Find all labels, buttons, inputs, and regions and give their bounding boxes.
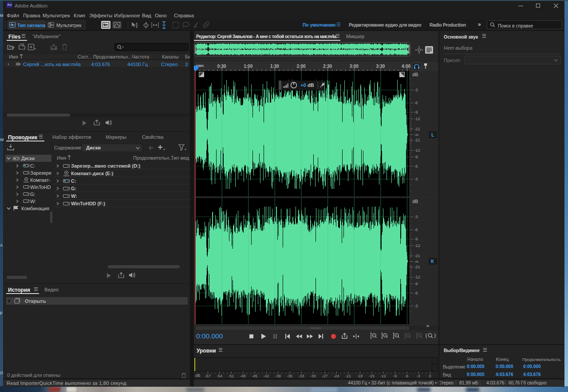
svg-text:-18: -18 xyxy=(357,374,363,378)
svg-text:-21: -21 xyxy=(414,253,420,258)
svg-text:-3: -3 xyxy=(414,303,418,308)
svg-text:-48: -48 xyxy=(240,374,246,378)
svg-text:-51: -51 xyxy=(228,374,234,378)
svg-text:-6: -6 xyxy=(414,227,418,232)
svg-text:0: 0 xyxy=(429,374,431,378)
svg-text:-6: -6 xyxy=(414,164,418,169)
svg-text:-3: -3 xyxy=(414,87,418,92)
svg-text:-21: -21 xyxy=(414,137,420,142)
svg-text:2:30: 2:30 xyxy=(323,64,332,69)
svg-text:3:30: 3:30 xyxy=(376,64,385,69)
svg-text:-33: -33 xyxy=(298,374,304,378)
svg-text:-21: -21 xyxy=(345,374,351,378)
svg-text:4:00: 4:00 xyxy=(402,64,410,69)
svg-text:3:00: 3:00 xyxy=(350,64,359,69)
svg-text:-6: -6 xyxy=(414,290,418,295)
svg-text:-9: -9 xyxy=(414,281,418,286)
svg-text:0:30: 0:30 xyxy=(217,64,226,69)
svg-text:-27: -27 xyxy=(322,374,327,378)
svg-text:-42: -42 xyxy=(263,374,269,378)
svg-text:1:00: 1:00 xyxy=(244,64,252,69)
svg-text:-9: -9 xyxy=(393,374,397,378)
svg-text:-12: -12 xyxy=(414,116,420,121)
svg-text:-12: -12 xyxy=(414,243,420,248)
svg-text:-39: -39 xyxy=(275,374,281,378)
svg-text:-12: -12 xyxy=(414,148,420,153)
svg-text:dB: dB xyxy=(412,199,418,204)
svg-text:-21: -21 xyxy=(414,126,420,131)
svg-text:-9: -9 xyxy=(414,154,418,159)
svg-text:-45: -45 xyxy=(252,374,257,378)
svg-text:-30: -30 xyxy=(310,374,316,378)
svg-text:-12: -12 xyxy=(414,274,420,279)
svg-text:-6: -6 xyxy=(405,374,408,378)
svg-text:-24: -24 xyxy=(334,374,339,378)
svg-text:-36: -36 xyxy=(287,374,292,378)
svg-text:-3: -3 xyxy=(414,176,418,181)
svg-text:-57: -57 xyxy=(205,374,210,378)
svg-text:2:00: 2:00 xyxy=(296,64,305,69)
svg-text:-6: -6 xyxy=(414,100,418,105)
svg-text:-∞: -∞ xyxy=(414,132,418,137)
svg-text:1:30: 1:30 xyxy=(270,64,279,69)
svg-text:-9: -9 xyxy=(414,236,418,241)
svg-text:-54: -54 xyxy=(217,374,222,378)
svg-text:-3: -3 xyxy=(414,214,418,219)
svg-text:-3: -3 xyxy=(417,374,420,378)
svg-text:dB: dB xyxy=(195,373,201,378)
svg-text:-21: -21 xyxy=(414,264,420,269)
svg-text:-9: -9 xyxy=(414,110,418,114)
svg-text:-12: -12 xyxy=(380,374,386,378)
svg-text:-∞: -∞ xyxy=(414,259,418,264)
svg-text:dB: dB xyxy=(412,72,418,77)
svg-text:-15: -15 xyxy=(369,374,375,378)
